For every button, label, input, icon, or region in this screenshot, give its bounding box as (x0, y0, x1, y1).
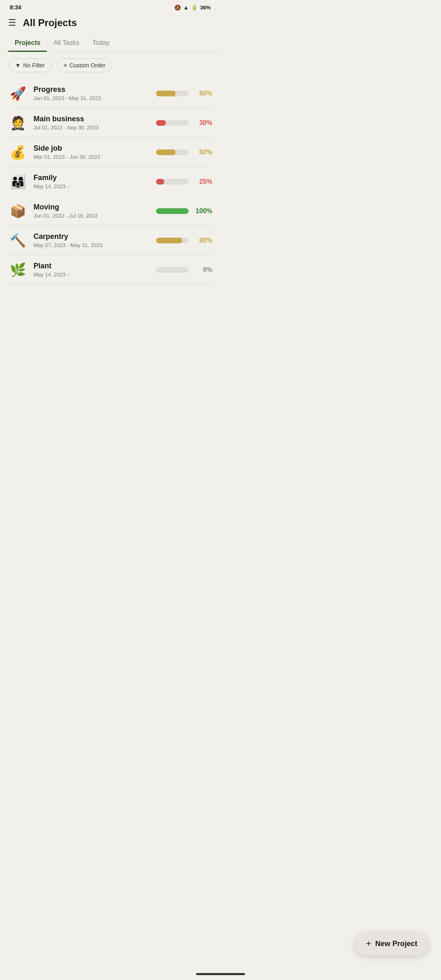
project-name-progress: Progress (33, 85, 150, 94)
status-icons: 🔕 ▲ 🔋 36% (174, 4, 211, 11)
progress-pct-progress: 60% (193, 90, 212, 97)
tab-projects[interactable]: Projects (8, 35, 47, 51)
status-time: 8:34 (10, 4, 21, 11)
project-emoji-family: 👨‍👩‍👧 (8, 174, 28, 189)
project-progress-moving: 100% (156, 207, 212, 215)
tab-today[interactable]: Today (86, 35, 116, 51)
filter-row: ▼ No Filter ≡ Custom Order (0, 52, 220, 79)
project-item-moving[interactable]: 📦 Moving Jun 01, 2022 - Jul 16, 2022 100… (8, 196, 212, 226)
project-info-side-job: Side job Mar 01, 2023 - Jun 30, 2023 (33, 144, 150, 160)
project-dates-main-business: Jul 01, 2022 - Sep 30, 2023 (33, 125, 150, 131)
project-progress-family: 25% (156, 178, 212, 185)
project-info-plant: Plant May 14, 2023 - (33, 262, 150, 278)
project-progress-plant: 0% (156, 266, 212, 274)
project-dates-carpentry: May 07, 2023 - May 31, 2023 (33, 242, 150, 248)
progress-bar-fill-family (156, 179, 164, 185)
project-list: 🚀 Progress Jan 01, 2023 - May 31, 2023 6… (0, 79, 220, 285)
project-dates-plant: May 14, 2023 - (33, 272, 150, 278)
tab-all-tasks[interactable]: All Tasks (47, 35, 86, 51)
status-bar: 8:34 🔕 ▲ 🔋 36% (0, 0, 220, 13)
project-info-carpentry: Carpentry May 07, 2023 - May 31, 2023 (33, 232, 150, 248)
project-item-progress[interactable]: 🚀 Progress Jan 01, 2023 - May 31, 2023 6… (8, 79, 212, 108)
progress-bar-bg-plant (156, 267, 189, 273)
project-progress-progress: 60% (156, 90, 212, 97)
filter-arrow-icon: ▼ (15, 62, 21, 69)
project-emoji-main-business: 🤵 (8, 115, 28, 131)
sort-order-button[interactable]: ≡ Custom Order (57, 58, 112, 72)
progress-pct-side-job: 60% (193, 149, 212, 156)
battery-pct: 36% (200, 4, 211, 11)
project-name-family: Family (33, 174, 150, 182)
project-progress-main-business: 30% (156, 119, 212, 127)
project-name-side-job: Side job (33, 144, 150, 153)
progress-bar-fill-main-business (156, 120, 166, 126)
menu-icon[interactable]: ☰ (8, 18, 16, 28)
project-info-progress: Progress Jan 01, 2023 - May 31, 2023 (33, 85, 150, 101)
project-item-family[interactable]: 👨‍👩‍👧 Family May 14, 2023 - 25% (8, 167, 212, 196)
progress-bar-bg-family (156, 179, 189, 185)
progress-bar-bg-moving (156, 208, 189, 214)
project-item-plant[interactable]: 🌿 Plant May 14, 2023 - 0% (8, 255, 212, 285)
progress-bar-fill-side-job (156, 149, 176, 155)
project-name-moving: Moving (33, 203, 150, 212)
progress-bar-bg-carpentry (156, 238, 189, 243)
wifi-icon: ▲ (183, 4, 189, 11)
sort-icon: ≡ (64, 62, 67, 69)
progress-pct-main-business: 30% (193, 119, 212, 127)
mute-icon: 🔕 (174, 4, 181, 11)
project-progress-carpentry: 80% (156, 237, 212, 244)
progress-bar-bg-progress (156, 91, 189, 96)
progress-pct-family: 25% (193, 178, 212, 185)
project-item-carpentry[interactable]: 🔨 Carpentry May 07, 2023 - May 31, 2023 … (8, 226, 212, 255)
project-info-moving: Moving Jun 01, 2022 - Jul 16, 2022 (33, 203, 150, 219)
project-emoji-carpentry: 🔨 (8, 233, 28, 248)
battery-icon: 🔋 (191, 4, 198, 11)
project-emoji-progress: 🚀 (8, 86, 28, 101)
no-filter-button[interactable]: ▼ No Filter (8, 58, 52, 72)
project-info-family: Family May 14, 2023 - (33, 174, 150, 189)
page-title: All Projects (23, 17, 77, 29)
project-dates-family: May 14, 2023 - (33, 183, 150, 189)
project-name-carpentry: Carpentry (33, 232, 150, 241)
project-info-main-business: Main business Jul 01, 2022 - Sep 30, 202… (33, 115, 150, 131)
progress-bar-bg-main-business (156, 120, 189, 126)
progress-pct-moving: 100% (193, 207, 212, 215)
progress-bar-fill-progress (156, 91, 176, 96)
header: ☰ All Projects (0, 13, 220, 35)
project-name-main-business: Main business (33, 115, 150, 123)
project-dates-progress: Jan 01, 2023 - May 31, 2023 (33, 95, 150, 101)
project-emoji-moving: 📦 (8, 203, 28, 219)
project-item-main-business[interactable]: 🤵 Main business Jul 01, 2022 - Sep 30, 2… (8, 108, 212, 138)
project-dates-moving: Jun 01, 2022 - Jul 16, 2022 (33, 213, 150, 219)
project-item-side-job[interactable]: 💰 Side job Mar 01, 2023 - Jun 30, 2023 6… (8, 138, 212, 167)
project-name-plant: Plant (33, 262, 150, 270)
project-progress-side-job: 60% (156, 149, 212, 156)
progress-bar-fill-moving (156, 208, 189, 214)
tab-bar: Projects All Tasks Today (0, 35, 220, 52)
progress-bar-bg-side-job (156, 149, 189, 155)
progress-pct-carpentry: 80% (193, 237, 212, 244)
project-dates-side-job: Mar 01, 2023 - Jun 30, 2023 (33, 154, 150, 160)
project-emoji-side-job: 💰 (8, 145, 28, 160)
progress-pct-plant: 0% (193, 266, 212, 274)
project-emoji-plant: 🌿 (8, 262, 28, 278)
progress-bar-fill-carpentry (156, 238, 182, 243)
